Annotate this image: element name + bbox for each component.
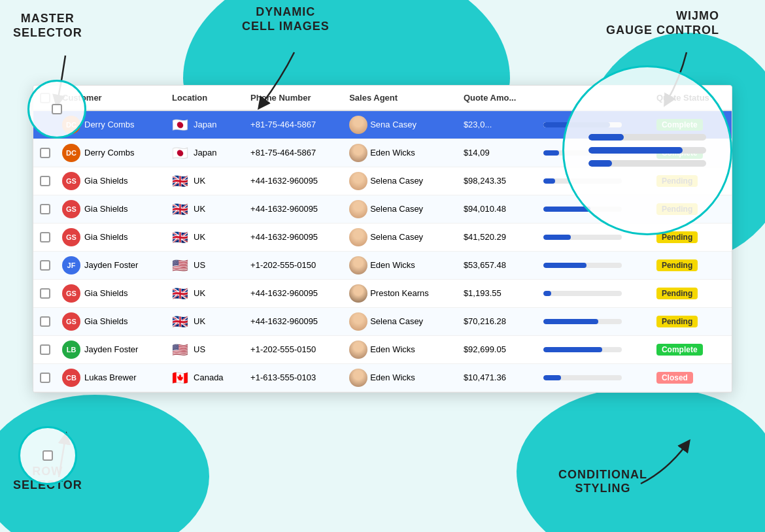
agent-cell: Eden Wicks [344, 139, 458, 167]
master-checkbox[interactable] [52, 104, 62, 114]
table-row[interactable]: CB Lukas Brewer 🇨🇦 Canada +1-613-555-010… [33, 363, 732, 391]
annotation-dynamic-cell: DYNAMICCELL IMAGES [242, 5, 330, 33]
quote-amount-cell: $41,520.29 [458, 223, 538, 251]
quote-bar-track [543, 263, 622, 268]
agent-name: Selena Casey [370, 316, 423, 326]
row-checkbox-cell[interactable] [33, 223, 57, 251]
agent-cell: Sena Casey [344, 110, 458, 139]
country-flag: 🇺🇸 [172, 342, 188, 357]
agent-name: Selena Casey [370, 232, 423, 242]
agent-avatar [349, 369, 367, 387]
quote-bar-fill [543, 207, 590, 212]
customer-cell: JF Jayden Foster [57, 251, 167, 279]
quote-bar-cell [538, 335, 651, 363]
status-badge: Pending [656, 259, 698, 271]
country-flag: 🇬🇧 [172, 286, 188, 301]
phone-cell: +1-613-555-0103 [245, 363, 344, 391]
row-checkbox-input[interactable] [40, 373, 50, 383]
gauge-bar-2 [588, 147, 706, 154]
country-flag: 🇺🇸 [172, 258, 188, 273]
quote-bar-fill [543, 150, 559, 156]
location-cell: 🇯🇵 Japan [167, 139, 245, 167]
row-checkbox-cell[interactable] [33, 167, 57, 195]
row-checkbox-input[interactable] [40, 148, 50, 158]
row-checkbox[interactable] [42, 450, 53, 461]
phone-cell: +44-1632-960095 [245, 279, 344, 307]
status-cell: Pending [651, 251, 732, 279]
location-name: UK [194, 204, 205, 214]
customer-cell: GS Gia Shields [57, 195, 167, 223]
row-checkbox-cell[interactable] [33, 139, 57, 167]
table-row[interactable]: JF Jayden Foster 🇺🇸 US +1-202-555-0150 E… [33, 251, 732, 279]
location-cell: 🇺🇸 US [167, 335, 245, 363]
agent-cell: Selena Casey [344, 223, 458, 251]
customer-name: Jayden Foster [84, 260, 138, 270]
row-checkbox-cell[interactable] [33, 279, 57, 307]
quote-bar-cell [538, 307, 651, 335]
agent-name: Selena Casey [370, 204, 423, 214]
customer-avatar: JF [62, 256, 80, 274]
agent-name: Selena Casey [370, 176, 423, 186]
gauge-bar-3 [588, 160, 706, 167]
quote-bar-track [543, 319, 622, 324]
agent-name: Preston Kearns [370, 288, 429, 298]
status-badge: Pending [656, 316, 698, 327]
customer-name: Jayden Foster [84, 344, 138, 354]
agent-avatar [349, 144, 367, 162]
header-quote-amount: Quote Amo... [458, 86, 538, 110]
phone-cell: +44-1632-960095 [245, 167, 344, 195]
quote-amount-cell: $1,193.55 [458, 279, 538, 307]
row-checkbox-cell[interactable] [33, 363, 57, 391]
row-checkbox-cell[interactable] [33, 251, 57, 279]
row-checkbox-input[interactable] [40, 288, 50, 299]
row-checkbox-input[interactable] [40, 204, 50, 214]
agent-cell: Selena Casey [344, 307, 458, 335]
customer-name: Gia Shields [84, 316, 128, 326]
customer-name: Lukas Brewer [84, 373, 136, 382]
agent-avatar [349, 256, 367, 274]
blob-bottom-right [517, 388, 765, 532]
row-checkbox-input[interactable] [40, 176, 50, 186]
gauge-circle [562, 65, 732, 235]
quote-amount-cell: $92,699.05 [458, 335, 538, 363]
table-row[interactable]: GS Gia Shields 🇬🇧 UK +44-1632-960095 Pre… [33, 279, 732, 307]
quote-bar-fill [543, 291, 551, 296]
quote-amount-cell: $98,243.35 [458, 167, 538, 195]
row-checkbox-input[interactable] [40, 316, 50, 327]
status-badge: Complete [656, 344, 703, 356]
quote-bar-track [543, 235, 622, 240]
status-badge: Pending [656, 288, 698, 299]
country-flag: 🇬🇧 [172, 173, 188, 189]
table-row[interactable]: LB Jayden Foster 🇺🇸 US +1-202-555-0150 E… [33, 335, 732, 363]
agent-avatar [349, 116, 367, 134]
customer-cell: GS Gia Shields [57, 307, 167, 335]
phone-cell: +44-1632-960095 [245, 223, 344, 251]
phone-cell: +81-75-464-5867 [245, 139, 344, 167]
row-selector-circle[interactable] [18, 426, 77, 485]
row-checkbox-cell[interactable] [33, 335, 57, 363]
status-cell: Closed [651, 363, 732, 391]
customer-name: Gia Shields [84, 288, 128, 298]
customer-name: Derry Combs [84, 120, 135, 129]
phone-cell: +44-1632-960095 [245, 195, 344, 223]
phone-cell: +81-75-464-5867 [245, 110, 344, 139]
row-checkbox-cell[interactable] [33, 307, 57, 335]
row-checkbox-input[interactable] [40, 260, 50, 271]
header-sales-agent: Sales Agent [344, 86, 458, 110]
location-cell: 🇯🇵 Japan [167, 110, 245, 139]
table-row[interactable]: GS Gia Shields 🇬🇧 UK +44-1632-960095 Sel… [33, 307, 732, 335]
row-checkbox-cell[interactable] [33, 195, 57, 223]
customer-name: Gia Shields [84, 176, 128, 186]
customer-avatar: GS [62, 228, 80, 246]
quote-bar-fill [543, 347, 602, 352]
agent-avatar [349, 284, 367, 303]
country-flag: 🇬🇧 [172, 314, 188, 329]
row-checkbox-input[interactable] [40, 344, 50, 355]
row-checkbox-input[interactable] [40, 232, 50, 242]
quote-bar-fill [543, 178, 555, 184]
location-name: US [194, 344, 205, 354]
location-cell: 🇬🇧 UK [167, 279, 245, 307]
master-selector-circle[interactable] [27, 80, 86, 139]
status-badge: Closed [656, 372, 693, 384]
quote-bar-fill [543, 375, 560, 380]
